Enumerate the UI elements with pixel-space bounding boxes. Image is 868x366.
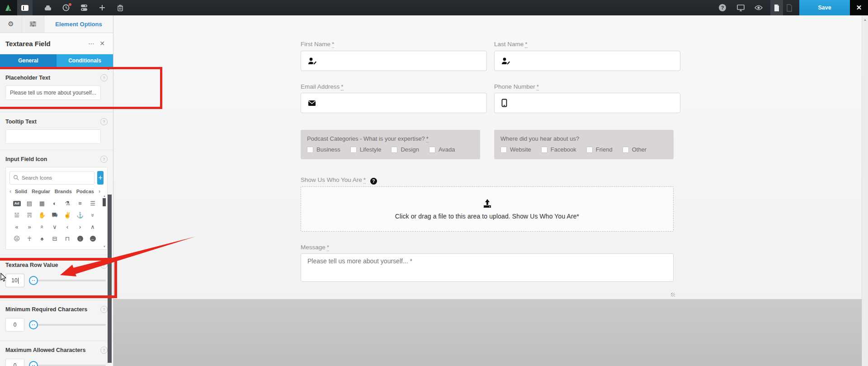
checkbox-icon[interactable] [307,147,313,153]
category-solid[interactable]: Solid [15,189,27,194]
responsive-preview-button[interactable] [731,0,750,15]
icon-grid-scroll-up-icon[interactable]: ▲ [103,195,106,197]
max-allowed-characters-input[interactable]: 0 [5,359,24,366]
preview-view-button[interactable] [783,0,796,15]
tab-layers[interactable] [22,15,44,33]
textarea-resize-handle[interactable] [671,293,675,297]
close-builder-button[interactable]: ✕ [850,0,868,15]
icon-grid-scrollbar-thumb[interactable] [103,198,106,206]
angle-double-up-icon[interactable]: « [39,221,46,233]
avada-logo[interactable] [0,0,17,15]
slider-handle[interactable] [29,361,38,366]
angle-left-icon[interactable]: ‹ [61,223,74,230]
max-allowed-characters-slider[interactable] [29,361,106,366]
last-name-input[interactable] [494,51,680,71]
textarea-row-value-slider[interactable] [29,276,106,285]
preview-button[interactable] [750,0,768,15]
sidebar-toggle-button[interactable] [17,0,33,15]
add-element-button[interactable] [93,0,111,15]
slider-handle[interactable] [29,320,38,329]
arrow-alt-circle-down-icon[interactable]: ↓ [77,236,83,242]
library-button[interactable] [39,0,57,15]
adjust-icon[interactable]: ◐ [48,200,61,207]
panel-close-icon[interactable]: ✕ [97,40,108,47]
message-textarea[interactable] [301,253,674,282]
checkbox-website[interactable]: Website [500,146,531,153]
help-button[interactable]: ? [713,0,731,15]
tooltip-text-input[interactable] [5,129,101,144]
archive-icon[interactable]: ⊟ [48,235,61,242]
min-required-characters-slider[interactable] [29,320,106,329]
sidebar-scrollbar-thumb[interactable] [108,195,112,363]
help-icon[interactable]: ? [100,74,108,81]
ambulance-icon[interactable]: ⛟ [48,212,61,219]
angle-double-left-icon[interactable]: « [10,223,23,230]
ankh-icon[interactable]: ☥ [23,235,36,242]
checkbox-icon[interactable] [350,147,357,153]
checkbox-icon[interactable] [586,147,593,153]
canvas-scrollbar[interactable] [862,15,868,366]
american-sign-language-icon[interactable]: ✌ [61,212,74,219]
checkbox-icon[interactable] [500,147,507,153]
archway-icon[interactable]: ⊓ [61,235,74,242]
help-icon[interactable]: ? [100,156,108,163]
add-icon-button[interactable]: + [97,171,104,185]
history-button[interactable] [57,0,75,15]
align-center-icon[interactable]: ≡ [74,200,86,207]
help-icon[interactable]: ? [100,118,108,125]
allergies-icon[interactable]: ✋ [36,212,48,219]
checkbox-icon[interactable] [541,147,547,153]
angle-down-icon[interactable]: ∨ [48,223,61,230]
first-name-input[interactable] [301,51,487,71]
category-podcast[interactable]: Podcas [76,189,94,194]
file-upload-dropzone[interactable]: Click or drag a file to this area to upl… [301,186,674,232]
help-icon[interactable]: ? [100,261,108,269]
angle-double-down-icon[interactable]: » [90,209,96,222]
checkbox-other[interactable]: Other [623,146,647,153]
apple-alt-icon[interactable]: ♠ [36,235,48,242]
slider-handle[interactable] [29,276,38,285]
address-book-icon[interactable]: ▤ [23,200,36,207]
save-button[interactable]: Save [799,0,850,15]
tab-element-options[interactable]: Element Options [44,15,113,33]
help-icon[interactable]: ? [370,178,377,185]
help-icon[interactable]: ? [100,347,108,354]
arrow-alt-circle-left-icon[interactable]: ← [90,236,96,242]
min-required-characters-input[interactable]: 0 [5,318,24,332]
textarea-row-value-input[interactable]: 10 [5,274,24,287]
placeholder-text-input[interactable] [5,86,101,100]
next-categories-icon[interactable]: › [99,188,100,195]
checkbox-friend[interactable]: Friend [586,146,613,153]
panel-menu-icon[interactable]: ⋯ [86,40,97,47]
checkbox-icon[interactable] [391,147,397,153]
containers-button[interactable] [75,0,93,15]
align-right-icon[interactable]: ☴ [23,212,36,219]
checkbox-icon[interactable] [623,147,629,153]
delete-button[interactable] [111,0,129,15]
checkbox-lifestyle[interactable]: Lifestyle [350,146,382,153]
phone-number-input[interactable] [494,93,680,113]
air-freshener-icon[interactable]: ⚗ [61,200,74,207]
checkbox-design[interactable]: Design [391,146,419,153]
angle-right-icon[interactable]: › [74,223,86,230]
prev-categories-icon[interactable]: ‹ [9,188,11,195]
align-justify-icon[interactable]: ☰ [86,200,99,207]
angry-icon[interactable]: ☹ [10,235,23,242]
canvas-scroll-up-icon[interactable]: ▲ [863,18,867,21]
wireframe-view-button[interactable] [770,0,783,15]
angle-double-right-icon[interactable]: » [23,223,36,230]
align-left-icon[interactable]: ☱ [10,212,23,219]
ad-icon[interactable]: Ad [13,201,21,206]
category-brands[interactable]: Brands [55,189,72,194]
checkbox-facebook[interactable]: Facebook [541,146,576,153]
checkbox-icon[interactable] [429,147,435,153]
category-regular[interactable]: Regular [32,189,50,194]
sidebar-scroll-up-icon[interactable]: ▲ [107,67,110,70]
tab-conditionals[interactable]: Conditionals [57,54,113,67]
icon-grid-scroll-down-icon[interactable]: ▼ [103,245,106,248]
checkbox-avada[interactable]: Avada [429,146,455,153]
email-address-input[interactable] [301,93,487,113]
tab-settings[interactable]: ⚙ [0,15,22,33]
angle-up-icon[interactable]: ∧ [86,223,99,230]
help-icon[interactable]: ? [100,306,108,313]
